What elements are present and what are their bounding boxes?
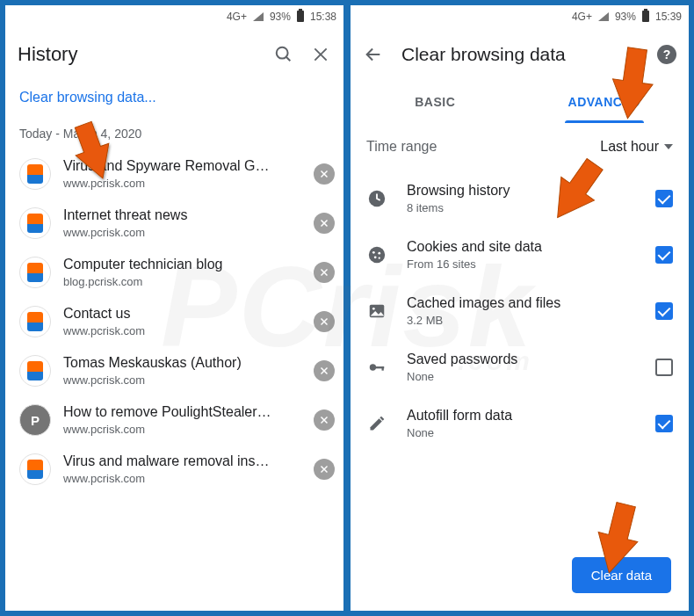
history-item-title: How to remove PoulightStealer… (63, 404, 301, 420)
clear-option[interactable]: Cookies and site dataFrom 16 sites (351, 227, 689, 283)
svg-rect-21 (644, 9, 647, 11)
svg-point-27 (374, 256, 377, 258)
checkbox[interactable] (655, 302, 673, 320)
svg-point-31 (370, 364, 376, 370)
svg-rect-33 (382, 366, 384, 371)
chevron-down-icon (664, 144, 673, 149)
svg-rect-0 (297, 11, 304, 22)
option-sub: None (407, 370, 636, 383)
history-item[interactable]: Computer technician blogblog.pcrisk.com (5, 248, 343, 297)
close-icon[interactable] (310, 44, 331, 65)
tabs: BASIC ADVANCED (351, 81, 689, 123)
remove-history-item-icon[interactable] (314, 163, 335, 185)
time: 15:38 (310, 11, 336, 23)
status-bar: 4G+ 93% 15:38 (5, 5, 343, 28)
option-sub: From 16 sites (407, 257, 636, 271)
history-item-title: Computer technician blog (63, 257, 301, 272)
remove-history-item-icon[interactable] (314, 262, 335, 283)
history-item-url: www.pcrisk.com (63, 373, 301, 387)
svg-point-2 (277, 47, 288, 59)
history-item[interactable]: Virus and malware removal ins…www.pcrisk… (5, 445, 343, 494)
option-title: Autofill form data (407, 408, 636, 424)
favicon (19, 158, 51, 190)
search-icon[interactable] (273, 44, 294, 65)
history-item-url: www.pcrisk.com (63, 423, 301, 436)
remove-history-item-icon[interactable] (314, 360, 335, 381)
option-title: Cookies and site data (407, 239, 636, 255)
svg-point-30 (372, 308, 375, 310)
clear-option[interactable]: Browsing history8 items (351, 170, 689, 227)
checkbox[interactable] (655, 190, 673, 207)
history-item-url: www.pcrisk.com (63, 472, 301, 485)
favicon (19, 306, 51, 337)
history-item-title: Virus and malware removal ins… (63, 453, 301, 469)
history-item-url: www.pcrisk.com (63, 177, 301, 190)
left-phone: 4G+ 93% 15:38 History Clear browsing dat… (4, 4, 344, 612)
favicon: P (19, 404, 51, 436)
svg-point-26 (378, 252, 380, 255)
favicon (19, 453, 51, 485)
help-icon[interactable]: ? (657, 45, 676, 64)
app-bar: History (5, 28, 343, 81)
battery-icon (641, 9, 650, 25)
date-label: Today - March 4, 2020 (5, 121, 343, 149)
status-bar: 4G+ 93% 15:39 (351, 5, 689, 28)
clock-icon (366, 188, 387, 209)
page-title: History (18, 43, 257, 66)
clear-data-button[interactable]: Clear data (572, 557, 671, 593)
remove-history-item-icon[interactable] (314, 459, 335, 480)
history-item-title: Virus and Spyware Removal G… (63, 158, 301, 174)
history-item-url: www.pcrisk.com (63, 226, 301, 239)
checkbox[interactable] (655, 415, 673, 432)
svg-line-3 (286, 57, 291, 62)
time-range-value: Last hour (600, 139, 659, 155)
remove-history-item-icon[interactable] (314, 213, 335, 234)
clear-browsing-data-link[interactable]: Clear browsing data... (5, 81, 343, 121)
option-sub: None (407, 426, 636, 439)
remove-history-item-icon[interactable] (314, 409, 335, 431)
back-icon[interactable] (363, 44, 384, 65)
cookie-icon (366, 244, 387, 265)
svg-point-24 (369, 247, 385, 263)
battery-pct: 93% (615, 11, 636, 23)
history-item[interactable]: Tomas Meskauskas (Author)www.pcrisk.com (5, 346, 343, 395)
page-title: Clear browsing data (401, 44, 640, 65)
history-item-title: Tomas Meskauskas (Author) (63, 355, 301, 371)
svg-rect-1 (299, 9, 302, 11)
clear-option[interactable]: Autofill form dataNone (351, 395, 689, 452)
option-sub: 3.2 MB (407, 314, 636, 327)
history-item[interactable]: PHow to remove PoulightStealer…www.pcris… (5, 395, 343, 445)
time: 15:39 (655, 11, 682, 23)
remove-history-item-icon[interactable] (314, 311, 335, 332)
option-sub: 8 items (407, 201, 636, 214)
favicon (19, 355, 51, 387)
tab-advanced[interactable]: ADVANCED (520, 81, 690, 123)
option-title: Cached images and files (407, 295, 636, 311)
history-item-url: blog.pcrisk.com (63, 275, 301, 288)
history-item[interactable]: Virus and Spyware Removal G…www.pcrisk.c… (5, 149, 343, 199)
svg-point-25 (372, 251, 375, 254)
image-icon (366, 301, 387, 322)
history-item[interactable]: Contact uswww.pcrisk.com (5, 297, 343, 346)
svg-point-28 (379, 257, 380, 259)
time-range-label: Time range (366, 139, 600, 155)
net-label: 4G+ (572, 11, 592, 23)
battery-pct: 93% (270, 11, 291, 23)
checkbox[interactable] (655, 359, 673, 376)
favicon (19, 207, 51, 239)
key-icon (366, 357, 387, 378)
clear-option[interactable]: Cached images and files3.2 MB (351, 283, 689, 339)
tab-basic[interactable]: BASIC (351, 81, 520, 123)
battery-icon (296, 9, 305, 25)
history-item-title: Contact us (63, 306, 301, 322)
history-item[interactable]: Internet threat newswww.pcrisk.com (5, 199, 343, 248)
option-title: Saved passwords (407, 351, 636, 367)
time-range-row[interactable]: Time range Last hour (351, 123, 689, 170)
history-item-url: www.pcrisk.com (63, 324, 301, 337)
clear-option[interactable]: Saved passwordsNone (351, 339, 689, 395)
signal-icon (252, 11, 264, 22)
right-phone: 4G+ 93% 15:39 Clear browsing data ? BASI… (350, 4, 690, 612)
history-item-title: Internet threat news (63, 207, 301, 223)
net-label: 4G+ (227, 11, 247, 23)
checkbox[interactable] (655, 246, 673, 264)
